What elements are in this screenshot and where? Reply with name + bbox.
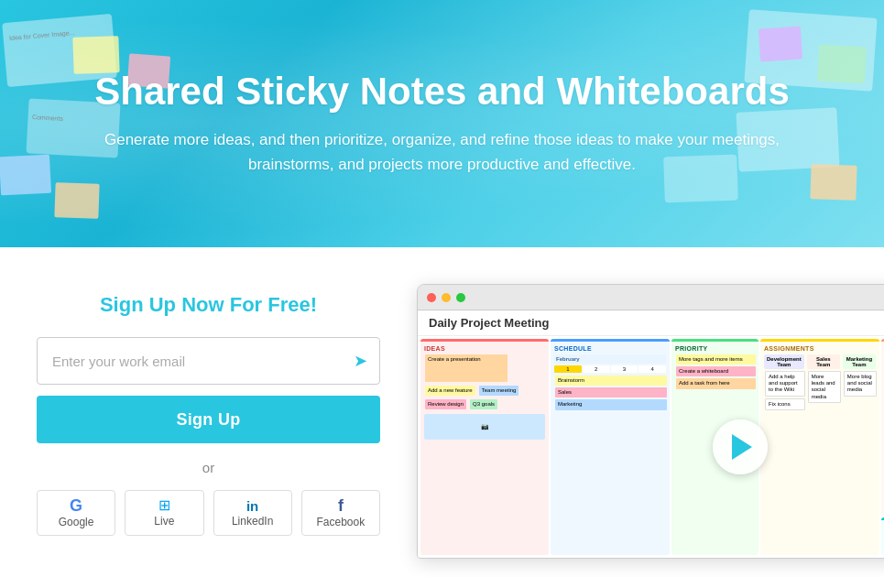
wb-ideas-section: Ideas Create a presentation Add a new fe…	[420, 339, 549, 555]
browser-close-dot	[427, 293, 436, 302]
wb-dev-col: DevelopmentTeam Add a help and support t…	[764, 354, 804, 411]
wb-sticky: Add a help and support to the Wiki	[765, 371, 805, 397]
wb-sticky: Sales	[555, 387, 667, 397]
hero-subtitle: Generate more ideas, and then prioritize…	[94, 127, 791, 177]
screenshot-panel: Daily Project Meeting Ideas Create a pre…	[417, 284, 884, 559]
google-icon: G	[70, 497, 82, 514]
facebook-signin-button[interactable]: f Facebook	[301, 490, 380, 536]
wb-cal-day: 3	[611, 365, 638, 373]
social-buttons-row: G Google ⊞ Live in LinkedIn f Facebook	[37, 490, 380, 536]
live-signin-button[interactable]: ⊞ Live	[125, 490, 203, 536]
browser-content: Daily Project Meeting Ideas Create a pre…	[418, 310, 884, 558]
email-input-wrapper: ➤	[37, 337, 380, 385]
wb-sticky: More blog and social media	[844, 371, 877, 397]
live-icon: ⊞	[158, 498, 170, 513]
wb-sticky: Review design	[425, 399, 466, 409]
whiteboard-title: Daily Project Meeting	[429, 316, 549, 330]
or-divider: or	[202, 460, 214, 475]
play-triangle-icon	[732, 434, 752, 460]
browser-bar	[418, 285, 884, 310]
google-signin-button[interactable]: G Google	[37, 490, 115, 536]
wb-sticky: More leads and social media	[808, 371, 841, 403]
email-input[interactable]	[37, 337, 380, 385]
linkedin-label: LinkedIn	[232, 515, 273, 528]
hero-decoration: Idea for Cover Image... Comments	[0, 0, 884, 247]
wb-sticky: Fix icons	[765, 398, 805, 410]
wb-sales-header: SalesTeam	[807, 354, 840, 369]
content-section: Sign Up Now For Free! ➤ Sign Up or G Goo…	[0, 247, 884, 577]
browser-mockup: Daily Project Meeting Ideas Create a pre…	[417, 284, 884, 559]
google-label: Google	[59, 516, 94, 528]
wb-sticky: Team meeting	[479, 386, 519, 396]
wb-sticky: Marketing	[555, 399, 667, 409]
wb-sticky: Create a presentation	[425, 354, 507, 382]
wb-sticky: Add a new feature	[425, 386, 475, 396]
wb-dev-header: DevelopmentTeam	[764, 354, 804, 369]
wb-sticky: Add a task from here	[676, 378, 756, 388]
wb-schedule-section: Schedule February 1 2 3 4 Brainstorm Sal…	[551, 339, 670, 555]
facebook-icon: f	[338, 497, 344, 514]
wb-cal-day: 1	[554, 365, 582, 373]
browser-minimize-dot	[442, 293, 451, 302]
wb-cal-day: 4	[638, 365, 666, 373]
wb-sticky: More tags and more items	[676, 354, 756, 365]
wb-sticky: Brainstorm	[555, 376, 667, 386]
facebook-label: Facebook	[317, 516, 366, 528]
whiteboard-body: Ideas Create a presentation Add a new fe…	[418, 336, 884, 558]
signup-button[interactable]: Sign Up	[37, 396, 380, 443]
whiteboard-header: Daily Project Meeting	[418, 310, 884, 336]
wb-sticky: Q3 goals	[470, 399, 497, 409]
live-label: Live	[154, 515, 174, 528]
wb-assignments-title: Assignments	[764, 345, 876, 352]
wb-schedule-title: Schedule	[554, 345, 666, 352]
wb-sales-col: SalesTeam More leads and social media	[807, 354, 840, 411]
wb-sticky: Create a whiteboard	[676, 366, 756, 376]
wb-marketing-col: MarketingTeam More blog and social media	[843, 354, 876, 411]
signup-title: Sign Up Now For Free!	[100, 293, 317, 317]
browser-maximize-dot	[456, 293, 465, 302]
linkedin-icon: in	[246, 499, 258, 513]
wb-marketing-header: MarketingTeam	[843, 354, 876, 369]
hero-title: Shared Sticky Notes and Whiteboards	[94, 71, 790, 113]
play-button[interactable]	[713, 419, 768, 474]
wb-image-placeholder: 📷	[424, 414, 545, 440]
wb-assignments-section: Assignments DevelopmentTeam Add a help a…	[760, 339, 879, 555]
wb-cal-day: 2	[583, 365, 610, 373]
signup-panel: Sign Up Now For Free! ➤ Sign Up or G Goo…	[27, 284, 389, 536]
linkedin-signin-button[interactable]: in LinkedIn	[213, 490, 292, 536]
email-send-icon: ➤	[354, 351, 367, 371]
hero-section: Idea for Cover Image... Comments Shared …	[0, 0, 884, 247]
wb-calendar-header: February	[554, 354, 666, 364]
wb-ideas-title: Ideas	[424, 345, 545, 352]
wb-priority-title: Priority	[675, 345, 755, 352]
